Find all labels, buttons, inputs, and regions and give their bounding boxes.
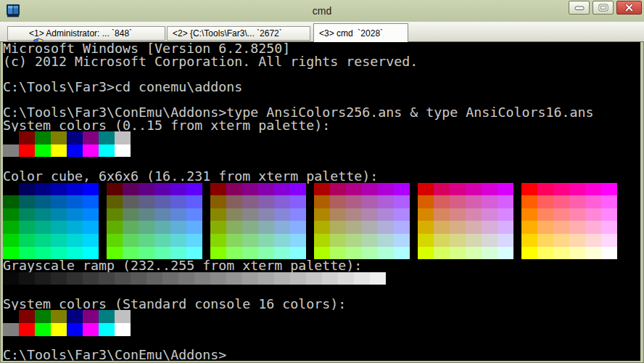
color-swatch (274, 208, 290, 221)
color-swatch (35, 144, 51, 158)
color-swatch (274, 195, 290, 208)
color-swatch (51, 272, 67, 285)
cube-block-gap (306, 234, 314, 247)
titlebar[interactable]: cmd (0, 0, 644, 22)
console-line-12 (3, 195, 640, 208)
color-swatch (330, 221, 346, 234)
color-swatch (19, 195, 35, 208)
color-swatch (83, 323, 99, 336)
tab-2-far3[interactable]: <2> {C:\Tools\Far3\... `2672` (167, 26, 310, 41)
close-button[interactable] (616, 1, 642, 15)
color-swatch (362, 247, 378, 260)
minimize-button[interactable] (569, 1, 590, 15)
color-swatch (51, 183, 67, 196)
color-swatch (131, 272, 146, 285)
color-swatch (67, 272, 83, 285)
color-swatch (585, 183, 601, 196)
color-swatch (362, 234, 378, 247)
color-swatch (258, 208, 274, 221)
color-swatch (242, 221, 258, 234)
color-swatch (35, 221, 51, 234)
color-swatch (394, 183, 410, 196)
color-swatch (67, 234, 83, 247)
color-swatch (154, 195, 170, 208)
color-swatch (123, 195, 139, 208)
uac-shield-icon (13, 28, 25, 39)
color-swatch (83, 144, 99, 158)
tab-1-administrator[interactable]: <1> Administrator: ... `848` (7, 26, 165, 41)
cube-block-gap (410, 183, 418, 196)
cube-block-gap (202, 208, 210, 221)
color-swatch (210, 221, 226, 234)
color-swatch (418, 208, 434, 221)
color-swatch (482, 183, 498, 196)
color-swatch (537, 208, 553, 221)
console-line-3: C:\Tools\Far3>cd conemu\addons (3, 81, 640, 94)
color-swatch (482, 208, 498, 221)
color-swatch (466, 221, 482, 234)
console-output[interactable]: Microsoft Windows [Version 6.2.8250](c) … (3, 42, 640, 361)
color-swatch (314, 221, 330, 234)
color-swatch (139, 183, 154, 196)
color-swatch (378, 208, 394, 221)
color-swatch (569, 195, 585, 208)
color-swatch (67, 221, 83, 234)
color-swatch (498, 195, 513, 208)
color-swatch (51, 234, 67, 247)
tab-3-cmd-active[interactable]: <3> cmd `2028` (313, 23, 408, 42)
color-swatch (450, 221, 466, 234)
cube-block-gap (410, 221, 418, 234)
cube-block-gap (410, 195, 418, 208)
color-swatch (35, 183, 51, 196)
color-swatch (330, 234, 346, 247)
color-swatch (35, 323, 51, 336)
color-swatch (290, 234, 306, 247)
color-swatch (601, 234, 617, 247)
console-line-21 (3, 310, 640, 323)
color-swatch (99, 144, 115, 158)
color-swatch (115, 272, 131, 285)
cube-block-gap (202, 183, 210, 196)
cube-block-gap (306, 208, 314, 221)
color-swatch (585, 208, 601, 221)
color-swatch (154, 221, 170, 234)
color-swatch (569, 208, 585, 221)
maximize-button[interactable] (593, 1, 614, 15)
color-swatch (553, 234, 569, 247)
color-swatch (99, 323, 115, 336)
color-swatch (585, 234, 601, 247)
color-swatch (3, 323, 19, 336)
color-swatch (242, 208, 258, 221)
tab-3-label: <3> cmd `2028` (319, 28, 383, 38)
tab-1-label: <1> Administrator: ... `848` (29, 28, 132, 38)
color-swatch (115, 310, 131, 323)
color-swatch (139, 234, 154, 247)
color-swatch (210, 234, 226, 247)
color-swatch (290, 272, 306, 285)
color-swatch (330, 195, 346, 208)
cube-block-gap (410, 234, 418, 247)
console-line-15 (3, 234, 640, 247)
color-swatch (186, 208, 202, 221)
color-swatch (258, 272, 274, 285)
color-swatch (154, 234, 170, 247)
color-swatch (601, 195, 617, 208)
console-line-0: Microsoft Windows [Version 6.2.8250] (3, 42, 640, 55)
color-swatch (482, 195, 498, 208)
color-swatch (569, 221, 585, 234)
color-swatch (83, 272, 99, 285)
color-swatch (51, 310, 67, 323)
color-swatch (418, 247, 434, 260)
color-swatch (107, 234, 123, 247)
color-swatch (83, 131, 99, 144)
color-swatch (242, 183, 258, 196)
cube-block-gap (410, 208, 418, 221)
color-swatch (67, 208, 83, 221)
color-swatch (51, 323, 67, 336)
color-swatch (290, 183, 306, 196)
color-swatch (354, 272, 370, 285)
color-swatch (450, 195, 466, 208)
color-swatch (51, 221, 67, 234)
color-swatch (290, 208, 306, 221)
color-swatch (258, 183, 274, 196)
